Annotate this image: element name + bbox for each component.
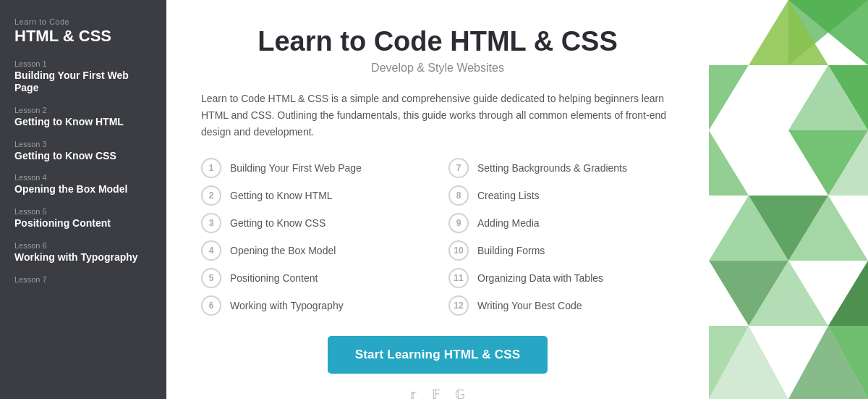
lesson-item-11: 11 Organizing Data with Tables [448,268,674,288]
main-content: Learn to Code HTML & CSS Develop & Style… [166,0,709,399]
sidebar-lesson-label: Lesson 4 [14,173,152,182]
decoration [709,0,868,399]
cta-button[interactable]: Start Learning HTML & CSS [328,336,548,374]
lesson-item-7: 7 Setting Backgrounds & Gradients [448,158,674,178]
sidebar-lesson-label: Lesson 6 [14,241,152,250]
sidebar-lesson-name: Getting to Know HTML [14,116,152,128]
lesson-name: Organizing Data with Tables [477,272,603,284]
sidebar-lesson-name: Working with Typography [14,251,152,264]
sidebar-lesson-1[interactable]: Lesson 1 Building Your First Web Page [14,59,152,94]
lesson-item-5: 5 Positioning Content [201,268,427,288]
lesson-number: 6 [201,295,221,316]
lessons-grid: 1 Building Your First Web Page 7 Setting… [201,158,674,316]
lesson-name: Getting to Know CSS [230,217,326,229]
lesson-name: Working with Typography [230,300,344,311]
sidebar-lesson-name: Opening the Box Model [14,183,152,196]
sidebar-lesson-label: Lesson 7 [14,275,152,284]
sidebar-lesson-name: Positioning Content [14,217,152,230]
page-subtitle: Develop & Style Websites [201,62,674,75]
sidebar-lesson-label: Lesson 3 [14,140,152,148]
lesson-item-4: 4 Opening the Box Model [201,240,427,261]
sidebar-subtitle: Learn to Code [14,17,152,26]
lesson-item-10: 10 Building Forms [448,240,674,261]
sidebar-lesson-5[interactable]: Lesson 5 Positioning Content [14,207,152,230]
lesson-number: 10 [448,240,469,261]
lesson-name: Writing Your Best Code [477,300,582,311]
sidebar-lesson-4[interactable]: Lesson 4 Opening the Box Model [14,173,152,196]
twitter-icon[interactable]: 𝕣 [410,387,417,399]
lesson-item-9: 9 Adding Media [448,213,674,233]
sidebar-lesson-label: Lesson 5 [14,207,152,216]
googleplus-icon[interactable]: 𝔾 [455,387,465,399]
lesson-name: Creating Lists [477,190,540,201]
page-title: Learn to Code HTML & CSS [201,26,674,57]
sidebar-lesson-6[interactable]: Lesson 6 Working with Typography [14,241,152,264]
sidebar-lesson-7[interactable]: Lesson 7 [14,275,152,284]
lesson-item-6: 6 Working with Typography [201,295,427,316]
lesson-name: Getting to Know HTML [230,190,333,201]
sidebar-lesson-name: Building Your First Web Page [14,70,152,94]
lesson-item-12: 12 Writing Your Best Code [448,295,674,316]
sidebar-lesson-2[interactable]: Lesson 2 Getting to Know HTML [14,106,152,128]
lesson-item-1: 1 Building Your First Web Page [201,158,427,178]
sidebar-lesson-label: Lesson 2 [14,106,152,114]
lesson-number: 11 [448,268,469,288]
lesson-number: 4 [201,240,221,261]
facebook-icon[interactable]: 𝔽 [432,387,441,399]
lesson-number: 9 [448,213,469,233]
lesson-number: 5 [201,268,221,288]
lesson-item-2: 2 Getting to Know HTML [201,185,427,206]
sidebar-lesson-name: Getting to Know CSS [14,150,152,162]
page-description: Learn to Code HTML & CSS is a simple and… [201,91,674,140]
lesson-number: 8 [448,185,469,206]
lesson-item-8: 8 Creating Lists [448,185,674,206]
lesson-name: Adding Media [477,217,540,229]
lesson-name: Opening the Box Model [230,245,336,256]
social-area: 𝕣 𝔽 𝔾 [201,387,674,399]
lesson-name: Building Forms [477,245,545,256]
lesson-name: Setting Backgrounds & Gradients [477,162,627,174]
lesson-item-3: 3 Getting to Know CSS [201,213,427,233]
sidebar-lesson-3[interactable]: Lesson 3 Getting to Know CSS [14,140,152,162]
lesson-number: 3 [201,213,221,233]
lesson-name: Building Your First Web Page [230,162,362,174]
cta-area: Start Learning HTML & CSS [201,336,674,374]
lesson-number: 2 [201,185,221,206]
lesson-number: 7 [448,158,469,178]
sidebar-title: HTML & CSS [14,28,152,45]
lesson-number: 12 [448,295,469,316]
lesson-name: Positioning Content [230,272,318,284]
lesson-number: 1 [201,158,221,178]
sidebar: Learn to Code HTML & CSS Lesson 1 Buildi… [0,0,166,399]
sidebar-lesson-label: Lesson 1 [14,59,152,68]
